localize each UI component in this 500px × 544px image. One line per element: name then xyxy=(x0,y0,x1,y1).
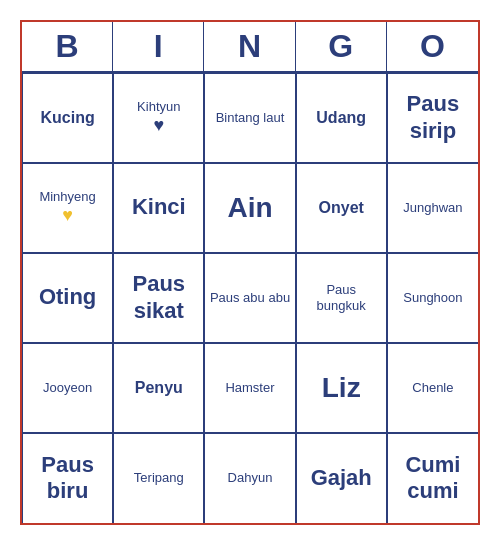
cell-label: Teripang xyxy=(134,470,184,486)
bingo-cell: Kucing xyxy=(22,73,113,163)
cell-label: Penyu xyxy=(135,378,183,397)
bingo-cell: Minhyeng♥ xyxy=(22,163,113,253)
cell-label: Junghwan xyxy=(403,200,462,216)
cell-label: Paus bungkuk xyxy=(301,282,382,313)
cell-label: Kihtyun xyxy=(137,99,180,115)
cell-label: Minhyeng xyxy=(39,189,95,205)
cell-label: Udang xyxy=(316,108,366,127)
bingo-cell: Kihtyun♥ xyxy=(113,73,204,163)
cell-label: Sunghoon xyxy=(403,290,462,306)
bingo-cell: Bintang laut xyxy=(204,73,295,163)
bingo-letter: G xyxy=(296,22,387,71)
heart-icon: ♥ xyxy=(153,115,164,136)
bingo-cell: Ain xyxy=(204,163,295,253)
bingo-letter: N xyxy=(204,22,295,71)
cell-label: Hamster xyxy=(225,380,274,396)
bingo-cell: Oting xyxy=(22,253,113,343)
cell-label: Dahyun xyxy=(228,470,273,486)
bingo-cell: Penyu xyxy=(113,343,204,433)
cell-label: Paussirip xyxy=(407,91,460,144)
bingo-cell: Dahyun xyxy=(204,433,295,523)
bingo-cell: Pausbiru xyxy=(22,433,113,523)
bingo-cell: Onyet xyxy=(296,163,387,253)
cell-label: Kinci xyxy=(132,194,186,220)
bingo-card: BINGO KucingKihtyun♥Bintang lautUdangPau… xyxy=(20,20,480,525)
cell-label: Chenle xyxy=(412,380,453,396)
bingo-letter: O xyxy=(387,22,478,71)
cell-label: Oting xyxy=(39,284,96,310)
bingo-grid: KucingKihtyun♥Bintang lautUdangPaussirip… xyxy=(22,73,478,523)
cell-label: Jooyeon xyxy=(43,380,92,396)
bingo-cell: Paus abu abu xyxy=(204,253,295,343)
bingo-cell: Cumicumi xyxy=(387,433,478,523)
bingo-cell: Sunghoon xyxy=(387,253,478,343)
bingo-cell: Chenle xyxy=(387,343,478,433)
bingo-letter: B xyxy=(22,22,113,71)
bingo-cell: Kinci xyxy=(113,163,204,253)
cell-label: Liz xyxy=(322,371,361,405)
bingo-cell: Jooyeon xyxy=(22,343,113,433)
bingo-cell: Udang xyxy=(296,73,387,163)
heart-icon: ♥ xyxy=(62,205,73,226)
cell-label: Paussikat xyxy=(132,271,185,324)
bingo-cell: Hamster xyxy=(204,343,295,433)
bingo-cell: Gajah xyxy=(296,433,387,523)
bingo-letter: I xyxy=(113,22,204,71)
cell-label: Gajah xyxy=(311,465,372,491)
cell-label: Paus abu abu xyxy=(210,290,290,306)
cell-label: Bintang laut xyxy=(216,110,285,126)
cell-label: Cumicumi xyxy=(405,452,460,505)
bingo-cell: Teripang xyxy=(113,433,204,523)
bingo-cell: Paussirip xyxy=(387,73,478,163)
bingo-cell: Paus bungkuk xyxy=(296,253,387,343)
cell-label: Pausbiru xyxy=(41,452,94,505)
bingo-cell: Paussikat xyxy=(113,253,204,343)
bingo-cell: Liz xyxy=(296,343,387,433)
bingo-header: BINGO xyxy=(22,22,478,73)
bingo-cell: Junghwan xyxy=(387,163,478,253)
cell-label: Ain xyxy=(227,191,272,225)
cell-label: Onyet xyxy=(319,198,364,217)
cell-label: Kucing xyxy=(40,108,94,127)
